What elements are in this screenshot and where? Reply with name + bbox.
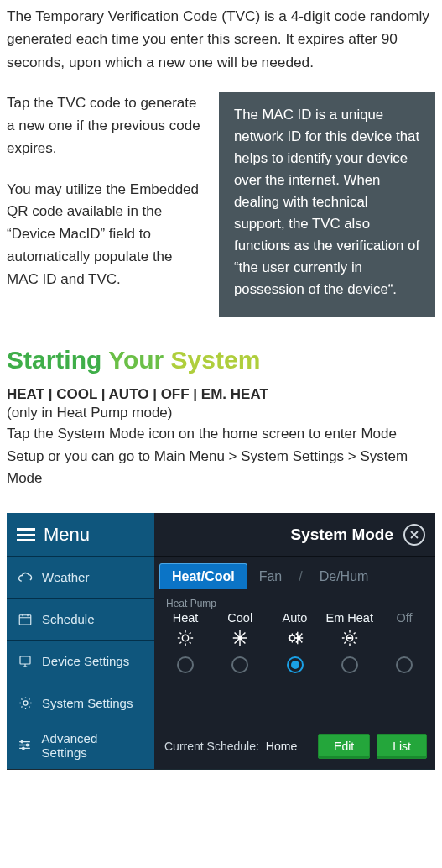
svg-rect-1 [20, 656, 30, 664]
tab-separator: / [294, 564, 307, 589]
sidebar-item-label: System Settings [42, 696, 133, 710]
sidebar-item-system-settings[interactable]: System Settings [7, 682, 154, 724]
mode-label: Em Heat [326, 611, 373, 625]
calendar-icon [17, 612, 34, 627]
mode-auto[interactable]: Auto [271, 611, 320, 673]
radio-indicator [287, 656, 304, 673]
tab-heat-cool[interactable]: Heat/Cool [159, 563, 247, 589]
list-button[interactable]: List [377, 734, 427, 759]
mode-label: Off [396, 611, 412, 625]
svg-point-6 [182, 635, 188, 641]
qr-usage-text: You may utilize the Embedded QR code ava… [7, 179, 202, 291]
cloud-icon [17, 569, 34, 586]
mode-label: Cool [227, 611, 252, 625]
hamburger-icon [17, 528, 35, 541]
sidebar-item-label: Schedule [42, 612, 95, 626]
svg-point-5 [23, 747, 25, 750]
radio-indicator [177, 656, 194, 673]
section-heading: Starting Your System [7, 346, 435, 374]
menu-header[interactable]: Menu [7, 513, 154, 557]
mode-em-heat[interactable]: Em Heat [325, 611, 374, 673]
two-column-block: Tap the TVC code to generate a new one i… [7, 92, 435, 317]
svg-point-3 [21, 741, 23, 744]
mode-options-line: HEAT | COOL | AUTO | OFF | EM. HEAT [7, 386, 435, 403]
sidebar-item-advanced-settings[interactable]: Advanced Settings [7, 724, 154, 766]
sidebar-item-label: Weather [42, 570, 89, 584]
mode-options-sub: (only in Heat Pump mode) [7, 405, 435, 421]
sliders-icon [17, 737, 34, 753]
menu-list: Weather Schedule Device Settings System … [7, 557, 154, 766]
close-icon [409, 530, 419, 540]
mode-label: Heat [173, 611, 199, 625]
mode-label: Auto [283, 611, 308, 625]
current-schedule-value: Home [266, 740, 297, 753]
mode-off[interactable]: Off [380, 611, 429, 673]
sidebar-item-weather[interactable]: Weather [7, 557, 154, 599]
system-mode-header: System Mode [154, 513, 435, 557]
sidebar-item-label: Device Settings [42, 654, 129, 668]
current-schedule-label: Current Schedule: [164, 740, 259, 753]
schedule-bar: Current Schedule: Home Edit List [154, 725, 435, 769]
device-icon [17, 654, 34, 669]
heading-word-3: System [171, 346, 261, 374]
tab-row: Heat/Cool Fan / De/Hum [154, 557, 435, 589]
macid-callout: The MAC ID is a unique network ID for th… [219, 92, 435, 317]
gear-icon [17, 695, 34, 711]
sidebar-item-label: Advanced Settings [42, 731, 144, 760]
heading-word-1: Starting [7, 346, 101, 374]
svg-point-4 [27, 745, 29, 747]
system-mode-title: System Mode [291, 526, 393, 544]
tvc-regenerate-text: Tap the TVC code to generate a new one i… [7, 92, 202, 160]
device-main: System Mode Heat/Cool Fan / De/Hum Heat … [154, 513, 435, 769]
intro-paragraph: The Temporary Verification Code (TVC) is… [7, 5, 435, 74]
tab-fan[interactable]: Fan [247, 564, 294, 589]
device-screenshot: Menu Weather Schedule Device Settings [7, 513, 435, 770]
heading-word-2: Your [108, 346, 164, 374]
mode-options-row: Heat Cool Auto Em He [154, 609, 435, 673]
mode-heat[interactable]: Heat [161, 611, 210, 673]
menu-label: Menu [44, 524, 90, 546]
edit-button[interactable]: Edit [318, 734, 370, 759]
radio-indicator [231, 656, 248, 673]
emergency-heat-icon [341, 628, 359, 648]
sidebar-item-device-settings[interactable]: Device Settings [7, 641, 154, 682]
device-sidebar: Menu Weather Schedule Device Settings [7, 513, 154, 769]
svg-point-2 [23, 701, 27, 705]
mode-options-body: Tap the System Mode icon on the home scr… [7, 423, 435, 489]
auto-icon [284, 628, 306, 648]
snowflake-icon [231, 628, 249, 648]
radio-indicator [396, 656, 413, 673]
heat-pump-label: Heat Pump [154, 589, 435, 609]
close-button[interactable] [403, 524, 425, 546]
svg-rect-0 [19, 615, 31, 625]
left-column: Tap the TVC code to generate a new one i… [7, 92, 202, 291]
tab-dehum[interactable]: De/Hum [308, 564, 381, 589]
radio-indicator [341, 656, 358, 673]
sun-icon [176, 628, 195, 648]
mode-cool[interactable]: Cool [216, 611, 264, 673]
sidebar-item-schedule[interactable]: Schedule [7, 599, 154, 641]
